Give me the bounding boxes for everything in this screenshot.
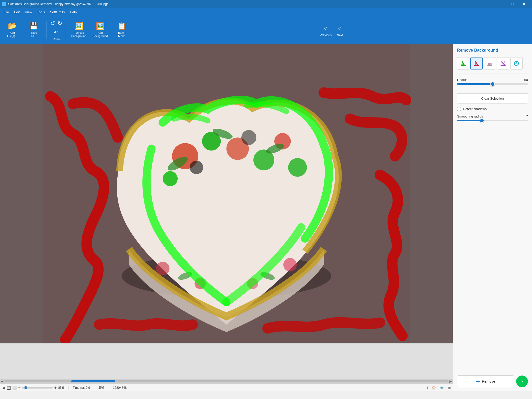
previous-icon: ⬦: [323, 22, 328, 32]
app-icon: [2, 2, 6, 6]
scrollbar-thumb[interactable]: [71, 380, 116, 382]
add-bg-icon: 🖼️: [96, 22, 105, 30]
svg-rect-34: [516, 61, 517, 63]
eraser-icon: [486, 60, 493, 67]
canvas-area[interactable]: ◀ ▶ ◀ 🔲 ⬜ − + 85%: [0, 44, 453, 391]
menu-file[interactable]: File: [1, 9, 12, 15]
minimize-button[interactable]: ─: [495, 0, 506, 8]
thumbnail-strip[interactable]: [0, 343, 453, 379]
menu-view[interactable]: View: [22, 9, 35, 15]
batch-icon: 📋: [117, 22, 126, 30]
remove-label: Remove: [482, 379, 495, 383]
zoom-control: ◀ 🔲 ⬜ − + 85%: [2, 385, 64, 390]
remove-brush-button[interactable]: [470, 57, 483, 69]
extra-icon: ?: [520, 379, 523, 384]
smoothing-value: 7: [526, 114, 528, 118]
next-button[interactable]: ⬦ Next: [337, 22, 343, 37]
panel-title: Remove Background: [457, 48, 528, 53]
menu-softorbits[interactable]: SoftOrbits: [48, 9, 67, 15]
zoom-fit-icon[interactable]: ⬜: [12, 386, 17, 390]
menu-tools[interactable]: Tools: [35, 9, 47, 15]
divider-1: [457, 74, 528, 74]
svg-point-31: [504, 61, 505, 63]
share-icon[interactable]: 🏠: [432, 386, 436, 390]
twitter-icon[interactable]: 🐦: [440, 386, 444, 390]
canvas-container[interactable]: [0, 44, 453, 343]
save-as-label: Saveas...: [30, 31, 37, 38]
detect-shadows-label[interactable]: Detect shadows: [463, 107, 487, 111]
page-prev-icon[interactable]: ◀: [2, 386, 5, 390]
smoothing-fill: [457, 120, 482, 121]
page-up-icon[interactable]: 🔲: [6, 386, 11, 390]
add-files-label: AddFile(s)...: [7, 31, 17, 38]
keep-brush-icon: [460, 60, 467, 67]
radius-slider[interactable]: [457, 83, 528, 85]
time-value: 0.9: [86, 386, 90, 390]
clear-selection-button[interactable]: Clear Selection: [457, 93, 528, 103]
svg-rect-28: [487, 65, 492, 66]
nav-buttons: ⬦ Previous ⬦ Next: [320, 22, 343, 37]
keep-brush-button[interactable]: [457, 57, 469, 69]
smoothing-label-row: Smoothing radius 7: [457, 114, 528, 118]
magic-erase-button[interactable]: [497, 57, 509, 69]
horizontal-scrollbar[interactable]: ◀ ▶: [0, 379, 453, 384]
remove-arrow-icon: ➡: [476, 379, 480, 384]
rotate-button[interactable]: ↶: [53, 28, 60, 37]
time-label: Time (s):: [73, 386, 85, 390]
menu-help[interactable]: Help: [67, 9, 79, 15]
scroll-left-btn[interactable]: ◀: [1, 380, 3, 383]
status-bar: ◀ 🔲 ⬜ − + 85% Time (s): 0.9 JPG: [0, 384, 453, 391]
eraser-button[interactable]: [484, 57, 496, 69]
separator-2: [66, 21, 66, 39]
smoothing-thumb[interactable]: [480, 118, 484, 123]
add-files-icon: 📂: [8, 22, 17, 30]
save-as-button[interactable]: 💾 Saveas...: [24, 18, 44, 41]
right-panel: Remove Background: [453, 44, 532, 391]
format-label: JPG: [98, 386, 104, 390]
sep-3: [109, 386, 109, 390]
svg-point-17: [283, 258, 297, 272]
title-bar: SoftOrbits Background Remover - happy-bi…: [0, 0, 532, 8]
add-files-button[interactable]: 📂 AddFile(s)...: [2, 18, 22, 41]
redo-label: Redo: [53, 38, 60, 41]
redo-button[interactable]: ↻: [56, 19, 63, 28]
scrollbar-track[interactable]: [4, 380, 448, 382]
smoothing-slider[interactable]: [457, 120, 528, 121]
svg-point-9: [190, 161, 203, 174]
zoom-slider[interactable]: [22, 387, 53, 389]
radius-thumb[interactable]: [490, 82, 495, 86]
sep-1: [69, 386, 69, 390]
zoom-minus-btn[interactable]: −: [18, 385, 20, 390]
remove-background-button[interactable]: 🖼️ RemoveBackground: [69, 18, 89, 41]
detect-shadows-row: Detect shadows: [457, 107, 528, 111]
toolbar: 📂 AddFile(s)... 💾 Saveas... ↺ ↻ ↶ Redo 🖼…: [0, 16, 532, 44]
social-icon[interactable]: ▦: [448, 386, 451, 390]
zoom-thumb[interactable]: [25, 386, 27, 389]
close-button[interactable]: ✕: [518, 0, 530, 8]
separator-1: [47, 21, 47, 39]
undo-button[interactable]: ↺: [49, 19, 56, 28]
sep-2: [94, 386, 94, 390]
image-canvas: [0, 44, 453, 343]
zoom-plus-btn[interactable]: +: [54, 385, 56, 390]
remove-extra-button[interactable]: ?: [516, 375, 528, 387]
window-controls: ─ □ ✕: [495, 0, 530, 8]
scroll-right-btn[interactable]: ▶: [449, 380, 452, 383]
divider-2: [457, 89, 528, 89]
remove-bg-label: RemoveBackground: [71, 31, 86, 38]
tool-buttons: [457, 57, 528, 69]
next-icon: ⬦: [337, 22, 342, 32]
restore-button[interactable]: [510, 57, 523, 69]
info-icon[interactable]: ℹ: [427, 386, 428, 390]
main-layout: ◀ ▶ ◀ 🔲 ⬜ − + 85%: [0, 44, 532, 391]
time-display: Time (s): 0.9: [73, 386, 90, 390]
add-background-button[interactable]: 🖼️ AddBackground: [90, 18, 110, 41]
remove-button[interactable]: ➡ Remove: [457, 375, 514, 387]
add-bg-label: AddBackground: [93, 31, 108, 38]
maximize-button[interactable]: □: [506, 0, 518, 8]
panel-spacer: [457, 125, 528, 370]
menu-edit[interactable]: Edit: [12, 9, 22, 15]
detect-shadows-checkbox[interactable]: [457, 107, 461, 111]
previous-button[interactable]: ⬦ Previous: [320, 22, 332, 37]
batch-mode-button[interactable]: 📋 BatchMode: [111, 18, 132, 41]
